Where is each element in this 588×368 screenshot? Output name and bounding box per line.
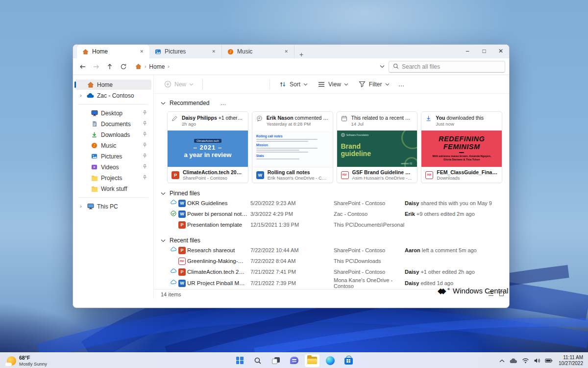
file-row[interactable]: PDF Greenlining-Making-Racial-Equity-Rea… xyxy=(171,256,502,266)
refresh-icon[interactable] xyxy=(117,61,130,73)
tab-home[interactable]: Home ✕ xyxy=(77,45,149,58)
sidebar-item-this-pc[interactable]: › This PC xyxy=(75,201,151,211)
chevron-down-icon[interactable] xyxy=(161,190,166,197)
chevron-right-icon[interactable]: › xyxy=(78,204,84,209)
sidebar-item-documents[interactable]: Documents xyxy=(75,119,151,129)
battery-icon[interactable] xyxy=(545,356,553,366)
sidebar-item-downloads[interactable]: Downloads xyxy=(75,130,151,140)
recommended-card[interactable]: Daisy Philipps +1 other edited... 2h ago… xyxy=(167,111,248,183)
microsoft-store-button[interactable] xyxy=(341,354,356,367)
sidebar-divider xyxy=(78,197,148,198)
folder-icon xyxy=(91,174,98,182)
chevron-down-icon[interactable] xyxy=(161,100,166,106)
task-view-button[interactable] xyxy=(269,354,283,367)
chat-button[interactable] xyxy=(287,354,301,367)
onedrive-tray-icon[interactable] xyxy=(510,356,518,366)
widgets-weather-button[interactable]: 68°F Mostly Sunny xyxy=(2,353,52,368)
sidebar-item-onedrive[interactable]: › Zac - Contoso xyxy=(75,90,151,101)
search-input[interactable] xyxy=(402,63,501,70)
file-explorer-button[interactable] xyxy=(305,354,319,367)
tab-music[interactable]: ♪ Music ✕ xyxy=(222,45,294,58)
volume-icon[interactable] xyxy=(533,356,541,366)
sidebar-item-pictures[interactable]: Pictures xyxy=(75,151,151,161)
tab-pictures[interactable]: Pictures ✕ xyxy=(149,45,222,58)
file-row[interactable]: P Presentation template 12/15/2021 1:39 … xyxy=(171,219,502,230)
start-button[interactable] xyxy=(232,354,247,367)
store-icon xyxy=(344,358,353,365)
activity-text: downloaded this xyxy=(446,115,484,121)
file-row[interactable]: P Research shareout 7/22/2022 10:44 AM S… xyxy=(171,245,502,256)
tab-close-icon[interactable]: ✕ xyxy=(210,48,218,55)
paste-icon[interactable] xyxy=(227,80,235,88)
sidebar-item-work-stuff[interactable]: Work stuff xyxy=(75,184,151,194)
new-button-label: New xyxy=(174,81,186,88)
forward-icon[interactable] xyxy=(90,61,102,73)
sidebar-item-videos[interactable]: Videos xyxy=(75,162,151,172)
chevron-right-icon[interactable]: › xyxy=(78,93,84,98)
file-date: 7/21/2022 7:41 PM xyxy=(250,269,334,275)
word-file-icon: W xyxy=(178,280,186,287)
delete-icon[interactable] xyxy=(257,80,265,88)
sidebar-item-music[interactable]: ♪ Music xyxy=(75,140,151,151)
tray-chevron-up-icon[interactable] xyxy=(498,356,506,366)
breadcrumb[interactable]: › Home › xyxy=(135,63,376,70)
view-button[interactable]: View xyxy=(314,78,352,91)
recommended-more-icon[interactable]: … xyxy=(220,100,226,106)
file-row[interactable]: P ClimateAction.tech 2021 – year in revi… xyxy=(171,266,502,277)
search-button[interactable] xyxy=(250,354,265,367)
chevron-down-icon[interactable] xyxy=(161,237,166,244)
maximize-button[interactable]: □ xyxy=(476,45,492,57)
edge-button[interactable] xyxy=(323,354,338,367)
cut-icon[interactable] xyxy=(208,80,216,88)
pinned-files-section-header[interactable]: Pinned files xyxy=(161,189,502,198)
close-button[interactable]: ✕ xyxy=(492,45,509,57)
recommended-card[interactable]: Erik Nason commented on this Yesterday a… xyxy=(252,111,333,183)
new-button[interactable]: New xyxy=(160,78,197,91)
recent-files-section-header[interactable]: Recent files xyxy=(161,236,502,245)
wifi-icon[interactable] xyxy=(521,356,530,366)
file-location: Downloads xyxy=(437,175,498,181)
windows-logo-icon xyxy=(236,357,244,364)
sidebar-item-home[interactable]: Home xyxy=(75,79,151,90)
thumb-title: REDEFINING xyxy=(439,135,485,143)
new-tab-button[interactable]: + xyxy=(294,51,308,58)
address-dropdown-icon[interactable] xyxy=(377,65,388,68)
sidebar-item-projects[interactable]: Projects xyxy=(75,173,151,183)
file-location: SharePoint - Contoso xyxy=(183,175,244,181)
svg-text:♪: ♪ xyxy=(229,50,232,54)
back-icon[interactable] xyxy=(76,61,89,73)
activity-time: Yesterday at 8:28 PM xyxy=(267,121,329,127)
clock[interactable]: 11:11 AM 10/27/2022 xyxy=(559,355,585,367)
sidebar-item-label: Pictures xyxy=(101,153,122,160)
file-row[interactable]: W Power bi personal notes 3/3/2022 4:29 … xyxy=(171,209,502,219)
thumb-title: Brand xyxy=(341,143,414,150)
tray-time: 11:11 AM xyxy=(559,355,583,361)
up-icon[interactable] xyxy=(103,61,116,73)
music-icon: ♪ xyxy=(91,142,98,149)
copy-icon[interactable] xyxy=(218,80,225,88)
file-name: FEM_ClassGuide_Final_en-GB xyxy=(437,169,498,175)
sort-button[interactable]: Sort xyxy=(275,78,312,91)
rename-icon[interactable] xyxy=(237,80,245,88)
recommended-card[interactable]: This related to a recent meeting 14 Jul … xyxy=(337,111,418,183)
tab-close-icon[interactable]: ✕ xyxy=(138,48,146,55)
filter-button[interactable]: Filter xyxy=(354,78,393,91)
file-location: Mona Kane's OneDrive - Contoso xyxy=(334,277,405,289)
file-row[interactable]: W OKR Guidelines 5/20/2022 9:23 AM Share… xyxy=(171,198,502,209)
minimize-button[interactable]: – xyxy=(459,45,476,57)
word-file-icon: W xyxy=(178,210,186,218)
search-box[interactable] xyxy=(389,61,505,73)
windows-central-watermark: ◆◆ c Windows Central xyxy=(438,286,508,295)
breadcrumb-item-home[interactable]: Home xyxy=(149,63,165,70)
recommended-card[interactable]: You downloaded this Just now REDEFINING … xyxy=(421,111,502,183)
file-name: ClimateAction.tech 2021 – year in review xyxy=(187,269,250,275)
file-location: This PC\Downloads xyxy=(334,258,405,264)
recommended-section-header[interactable]: Recommended … xyxy=(161,99,502,107)
file-name: Research shareout xyxy=(187,247,250,253)
toolbar-more-icon[interactable]: … xyxy=(395,80,408,88)
share-icon[interactable] xyxy=(247,80,255,88)
pin-icon xyxy=(142,110,147,117)
tab-close-icon[interactable]: ✕ xyxy=(282,48,290,55)
window-controls: – □ ✕ xyxy=(459,45,509,57)
sidebar-item-desktop[interactable]: Desktop xyxy=(75,108,151,118)
